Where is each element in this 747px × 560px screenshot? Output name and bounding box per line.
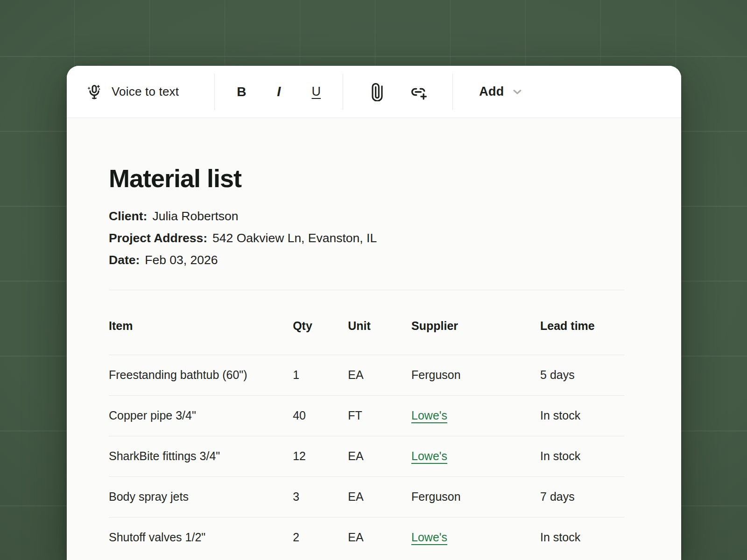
meta-label: Project Address:	[109, 231, 207, 245]
paperclip-icon	[368, 83, 387, 101]
document-meta: Client:Julia Robertson Project Address:5…	[109, 205, 624, 271]
cell-qty: 12	[293, 436, 348, 477]
table-row: Freestanding bathtub (60") 1 EA Ferguson…	[109, 355, 624, 396]
header-qty: Qty	[293, 290, 348, 355]
insert-group	[343, 80, 452, 104]
cell-supplier: Lowe's	[411, 436, 540, 477]
meta-value: Julia Robertson	[152, 209, 238, 223]
cell-supplier: Ferguson	[411, 355, 540, 396]
cell-unit: EA	[348, 436, 411, 477]
meta-line-date: Date:Feb 03, 2026	[109, 249, 624, 271]
table-row: Shutoff valves 1/2" 2 EA Lowe's In stock	[109, 518, 624, 558]
document-body: Material list Client:Julia Robertson Pro…	[67, 165, 681, 558]
meta-label: Date:	[109, 253, 140, 267]
format-group: B I U	[215, 80, 343, 104]
cell-item: Shutoff valves 1/2"	[109, 518, 293, 558]
attach-file-button[interactable]	[367, 80, 388, 104]
italic-button[interactable]: I	[269, 80, 289, 104]
add-menu-button[interactable]: Add	[479, 84, 524, 99]
meta-line-address: Project Address:542 Oakview Ln, Evanston…	[109, 227, 624, 249]
mic-sparkle-icon	[85, 82, 104, 102]
cell-qty: 1	[293, 355, 348, 396]
desktop-background: Voice to text B I U	[0, 0, 747, 560]
cell-qty: 3	[293, 477, 348, 518]
supplier-link[interactable]: Lowe's	[411, 449, 447, 462]
document-editor-card: Voice to text B I U	[67, 66, 681, 560]
cell-lead-time: 7 days	[540, 477, 624, 518]
meta-value: 542 Oakview Ln, Evanston, IL	[212, 231, 377, 245]
insert-link-button[interactable]	[408, 80, 429, 104]
cell-item: Body spray jets	[109, 477, 293, 518]
cell-lead-time: In stock	[540, 518, 624, 558]
cell-supplier: Lowe's	[411, 396, 540, 436]
cell-unit: EA	[348, 518, 411, 558]
toolbar-divider	[452, 74, 453, 110]
supplier-link[interactable]: Lowe's	[411, 531, 447, 544]
header-item: Item	[109, 290, 293, 355]
table-header-row: Item Qty Unit Supplier Lead time	[109, 290, 624, 355]
table-row: Copper pipe 3/4" 40 FT Lowe's In stock	[109, 396, 624, 436]
bold-button[interactable]: B	[232, 80, 251, 104]
cell-lead-time: In stock	[540, 396, 624, 436]
supplier-link[interactable]: Lowe's	[411, 409, 447, 422]
voice-to-text-label: Voice to text	[112, 84, 179, 99]
voice-to-text-button[interactable]: Voice to text	[85, 82, 179, 102]
add-link-icon	[409, 82, 428, 102]
underline-button[interactable]: U	[306, 80, 326, 104]
meta-line-client: Client:Julia Robertson	[109, 205, 624, 227]
editor-toolbar: Voice to text B I U	[67, 66, 681, 118]
add-label: Add	[479, 84, 504, 99]
cell-lead-time: In stock	[540, 436, 624, 477]
meta-label: Client:	[109, 209, 147, 223]
cell-qty: 40	[293, 396, 348, 436]
table-row: SharkBite fittings 3/4" 12 EA Lowe's In …	[109, 436, 624, 477]
cell-item: SharkBite fittings 3/4"	[109, 436, 293, 477]
header-lead-time: Lead time	[540, 290, 624, 355]
cell-item: Copper pipe 3/4"	[109, 396, 293, 436]
page-title: Material list	[109, 165, 624, 192]
table-row: Body spray jets 3 EA Ferguson 7 days	[109, 477, 624, 518]
cell-unit: FT	[348, 396, 411, 436]
cell-unit: EA	[348, 355, 411, 396]
cell-lead-time: 5 days	[540, 355, 624, 396]
header-supplier: Supplier	[411, 290, 540, 355]
cell-supplier: Ferguson	[411, 477, 540, 518]
cell-qty: 2	[293, 518, 348, 558]
material-table: Item Qty Unit Supplier Lead time Freesta…	[109, 290, 624, 558]
cell-unit: EA	[348, 477, 411, 518]
chevron-down-icon	[510, 85, 524, 99]
cell-supplier: Lowe's	[411, 518, 540, 558]
cell-item: Freestanding bathtub (60")	[109, 355, 293, 396]
header-unit: Unit	[348, 290, 411, 355]
meta-value: Feb 03, 2026	[145, 253, 218, 267]
